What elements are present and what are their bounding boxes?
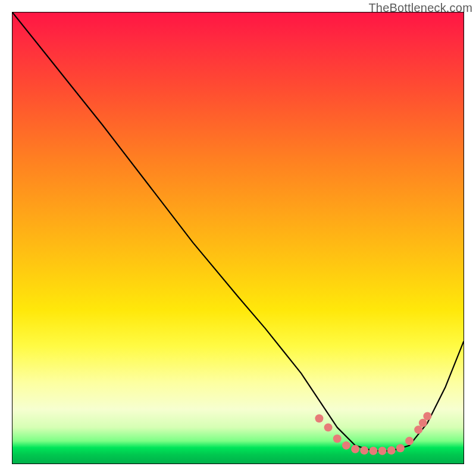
marker-dot: [342, 441, 350, 450]
marker-dot: [387, 446, 396, 455]
marker-dot: [369, 447, 377, 455]
marker-dot: [405, 437, 414, 445]
marker-dot: [360, 446, 368, 455]
chart-stage: TheBottleneck.com: [0, 0, 476, 476]
curve-overlay: [12, 12, 464, 464]
marker-dot: [351, 445, 359, 453]
marker-dot: [396, 444, 405, 452]
marker-dot: [419, 419, 427, 427]
marker-dot: [333, 434, 342, 443]
bottleneck-curve: [12, 12, 464, 451]
marker-dot: [315, 414, 323, 422]
marker-dot: [378, 447, 387, 455]
marker-dot-group: [315, 412, 431, 455]
marker-dot: [423, 412, 431, 420]
plot-area: [12, 12, 464, 464]
marker-dot: [414, 425, 422, 434]
marker-dot: [324, 423, 333, 431]
